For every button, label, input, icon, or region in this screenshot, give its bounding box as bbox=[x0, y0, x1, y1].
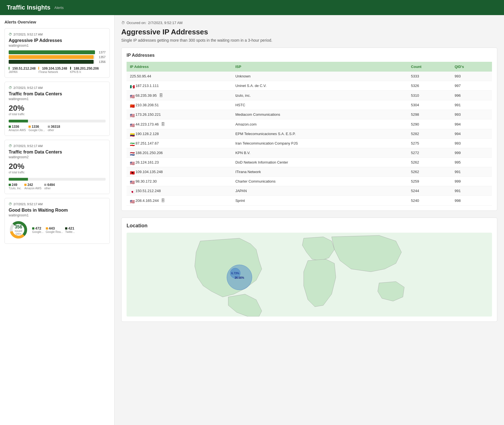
flag-icon: 🇺🇸 bbox=[130, 199, 134, 202]
cell-count-3: 5304 bbox=[408, 100, 451, 110]
ip-table-card: IP Addresses IP Address ISP Count QID's … bbox=[121, 48, 497, 211]
occurred-time: 2/7/2023, 9:52:17 AM bbox=[148, 21, 183, 25]
cell-qids-3: 991 bbox=[451, 100, 492, 110]
table-row: 🇯🇵150.51.212.248JAPAN5244991 bbox=[127, 186, 492, 196]
card3-pct-label: of total traffic bbox=[9, 171, 25, 174]
world-map-svg: 6.73% 26.66% bbox=[127, 233, 492, 317]
card3-timestamp: ⏱ 2/7/2023, 9:52:17 AM bbox=[9, 144, 106, 148]
flag-icon: 🇮🇷 bbox=[130, 142, 134, 145]
alert-card-traffic-dc1[interactable]: ⏱ 2/7/2023, 9:52:17 AM Traffic from Data… bbox=[4, 82, 110, 136]
bar-track-1 bbox=[9, 50, 95, 54]
cell-qids-0: 993 bbox=[451, 72, 492, 81]
app-title: Traffic Insights bbox=[7, 4, 50, 11]
card2-pct-label: of total traffic bbox=[9, 113, 25, 116]
cell-isp-4: Mediacom Communications bbox=[232, 110, 408, 119]
col-ip: IP Address bbox=[127, 62, 232, 72]
table-row: 🇺🇸26.124.161.23DoD Network Information C… bbox=[127, 158, 492, 167]
alert-card-traffic-dc2[interactable]: ⏱ 2/7/2023, 9:52:17 AM Traffic from Data… bbox=[4, 140, 110, 194]
map-bubble-label-2: 26.66% bbox=[235, 276, 244, 279]
bar-fill-2 bbox=[9, 55, 94, 59]
breadcrumb: Alerts bbox=[54, 6, 63, 10]
flag-icon: 🇺🇸 bbox=[130, 94, 134, 97]
clock-icon: ⏱ bbox=[9, 32, 12, 36]
leg-color-2 bbox=[38, 67, 41, 70]
donut-value: 356 bbox=[14, 225, 23, 230]
table-row: 🇺🇸98.30.172.30Charter Communications5259… bbox=[127, 177, 492, 186]
card4-legend: 472 Google... 443 Google Rea... 421 Twit… bbox=[32, 226, 75, 233]
cell-ip-8: 🇳🇱188.201.250.206 bbox=[127, 148, 232, 158]
card3-percent: 20% bbox=[9, 162, 25, 171]
card1-legend: 150.51.212.248 JAPAN 109.104.135.248 ITi… bbox=[9, 67, 106, 74]
donut-dot-3 bbox=[65, 227, 67, 230]
sidebar: Alerts Overview ⏱ 2/7/2023, 9:52:17 AM A… bbox=[0, 15, 115, 425]
cell-count-6: 5282 bbox=[408, 129, 451, 139]
table-row: 🇨🇳210.38.208.51HSTC5304991 bbox=[127, 100, 492, 110]
card2-timestamp: ⏱ 2/7/2023, 9:52:17 AM bbox=[9, 86, 106, 90]
cell-ip-4: 🇺🇸173.26.150.221 bbox=[127, 110, 232, 119]
card2-title: Traffic from Data Centers bbox=[9, 91, 106, 96]
bar-row-1: 1377 bbox=[9, 50, 106, 54]
cell-qids-9: 995 bbox=[451, 158, 492, 167]
leg-color-1 bbox=[9, 67, 11, 70]
table-row: 225.50.95.44Unknown5333993 bbox=[127, 72, 492, 81]
cell-count-7: 5275 bbox=[408, 139, 451, 148]
bar-val-3: 1356 bbox=[97, 60, 106, 63]
table-row: 🇨🇴190.128.2.128EPM Telecomunicaciones S.… bbox=[127, 129, 492, 139]
cell-qids-11: 999 bbox=[451, 177, 492, 186]
leg3-item-3: 6494 other bbox=[44, 183, 55, 190]
leg3-item-2: 242 Amazon AWS bbox=[24, 183, 41, 190]
col-isp: ISP bbox=[232, 62, 408, 72]
location-title: Location bbox=[127, 223, 492, 229]
cell-count-13: 5240 bbox=[408, 196, 451, 206]
table-row: 🇺🇸44.223.173.46 🗄Amazon.com5290994 bbox=[127, 119, 492, 129]
cell-qids-1: 997 bbox=[451, 81, 492, 91]
alert-card-good-bots[interactable]: ⏱ 2/7/2023, 9:52:17 AM Good Bots in Wait… bbox=[4, 198, 110, 244]
flag-icon: 🇳🇱 bbox=[130, 152, 134, 155]
leg-item-1: 150.51.212.248 JAPAN bbox=[9, 67, 35, 74]
leg2-item-1: 1336 Amazon AWS bbox=[9, 125, 26, 132]
flag-icon: 🇯🇵 bbox=[130, 190, 134, 193]
leg-item-3: 188.201.250.206 KPN B.V. bbox=[70, 67, 99, 74]
cell-qids-2: 996 bbox=[451, 91, 492, 100]
donut-dot-1 bbox=[32, 227, 34, 230]
card2-percent: 20% bbox=[9, 104, 25, 113]
leg3-dot-3 bbox=[44, 184, 46, 186]
cell-isp-8: KPN B.V. bbox=[232, 148, 408, 158]
detail-subtitle: Single IP addresses getting more than 30… bbox=[121, 38, 497, 42]
leg2-dot-1 bbox=[9, 126, 11, 128]
table-header-row: IP Address ISP Count QID's bbox=[127, 62, 492, 72]
app-header: Traffic Insights Alerts bbox=[0, 0, 504, 15]
cell-count-2: 5310 bbox=[408, 91, 451, 100]
cell-count-4: 5298 bbox=[408, 110, 451, 119]
card2-legend: 1336 Amazon AWS 1336 Google Clo... 36318… bbox=[9, 125, 106, 132]
table-row: 🇺🇸173.26.150.221Mediacom Communications5… bbox=[127, 110, 492, 119]
table-title: IP Addresses bbox=[127, 53, 492, 58]
bar-fill-3 bbox=[9, 60, 94, 64]
cell-qids-6: 994 bbox=[451, 129, 492, 139]
flag-icon: 🇦🇱 bbox=[130, 171, 134, 174]
occurred-label: Occured on: bbox=[127, 21, 146, 25]
main-layout: Alerts Overview ⏱ 2/7/2023, 9:52:17 AM A… bbox=[0, 15, 504, 425]
cell-isp-10: ITirana Network bbox=[232, 167, 408, 177]
cell-count-1: 5326 bbox=[408, 81, 451, 91]
detail-title: Aggressive IP Addresses bbox=[121, 28, 497, 36]
cell-qids-7: 993 bbox=[451, 139, 492, 148]
card1-timestamp: ⏱ 2/7/2023, 9:52:17 AM bbox=[9, 32, 106, 36]
card4-timestamp: ⏱ 2/7/2023, 9:52:17 AM bbox=[9, 202, 106, 206]
alert-card-aggressive-ip[interactable]: ⏱ 2/7/2023, 9:52:17 AM Aggressive IP Add… bbox=[4, 28, 110, 78]
cell-ip-1: 🇲🇽187.213.1.111 bbox=[127, 81, 232, 91]
leg2-dot-2 bbox=[28, 126, 31, 128]
bar-val-1: 1377 bbox=[97, 51, 106, 54]
cell-ip-10: 🇦🇱109.104.135.248 bbox=[127, 167, 232, 177]
leg3-dot-2 bbox=[24, 184, 27, 186]
cell-isp-3: HSTC bbox=[232, 100, 408, 110]
location-section: Location bbox=[121, 218, 497, 322]
leg3-item-1: 249 Tzulo, Inc. bbox=[9, 183, 22, 190]
flag-icon: 🇨🇳 bbox=[130, 104, 134, 107]
card2-bar-track bbox=[9, 120, 106, 122]
cell-ip-3: 🇨🇳210.38.208.51 bbox=[127, 100, 232, 110]
donut-center: 356 Issued QIDs bbox=[14, 225, 23, 235]
cell-count-10: 5262 bbox=[408, 167, 451, 177]
db-icon: 🗄 bbox=[161, 198, 165, 203]
cell-isp-9: DoD Network Information Center bbox=[232, 158, 408, 167]
